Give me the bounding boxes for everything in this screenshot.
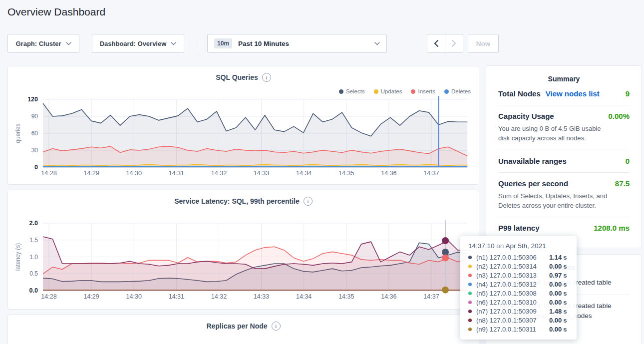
svg-text:1.5: 1.5 (29, 237, 38, 244)
chart-hover-tooltip: 14:37:10 on Apr 5th, 2021 (n1) 127.0.0.1… (460, 236, 577, 340)
tooltip-node-label: (n4) 127.0.0.1:50312 (476, 281, 549, 288)
svg-text:14:28: 14:28 (41, 293, 56, 300)
svg-text:14:34: 14:34 (296, 293, 312, 300)
svg-text:14:29: 14:29 (83, 170, 99, 177)
summary-title: Summary (498, 66, 630, 83)
total-nodes-label: Total Nodes (498, 89, 541, 98)
series-color-dot (468, 265, 472, 268)
tooltip-node-label: (n7) 127.0.0.1:50309 (476, 308, 549, 315)
chevron-down-icon (171, 42, 176, 45)
series-color-dot (468, 283, 472, 286)
now-button[interactable]: Now (468, 34, 499, 53)
svg-text:14:35: 14:35 (338, 170, 354, 177)
svg-text:14:31: 14:31 (169, 170, 184, 177)
svg-text:90: 90 (31, 113, 38, 120)
tooltip-series-row: (n3) 127.0.0.1:503130.97s (468, 271, 570, 280)
dashboard-dropdown-label: Dashboard: Overview (100, 40, 167, 47)
svg-text:14:36: 14:36 (381, 170, 396, 177)
svg-text:2.0: 2.0 (29, 220, 38, 227)
chevron-left-icon (434, 40, 438, 47)
tooltip-node-unit: s (563, 299, 567, 306)
time-range-badge: 10m (214, 38, 232, 48)
unavailable-ranges-label: Unavailable ranges (498, 157, 567, 165)
tooltip-node-label: (n3) 127.0.0.1:50313 (476, 272, 549, 279)
summary-panel: Summary Total NodesView nodes list 9 Cap… (486, 65, 642, 248)
tooltip-node-unit: s (563, 263, 567, 270)
svg-text:14:32: 14:32 (211, 170, 227, 177)
total-nodes-value: 9 (626, 89, 630, 98)
tooltip-series-row: (n6) 127.0.0.1:503100.00s (468, 298, 570, 307)
svg-text:0.0: 0.0 (29, 287, 38, 294)
toolbar-divider (198, 34, 198, 53)
view-nodes-list-link[interactable]: View nodes list (546, 89, 600, 98)
capacity-usage-value: 0.00% (608, 112, 630, 120)
chart-title: Replicas per Node (206, 322, 267, 330)
svg-text:queries: queries (14, 123, 21, 143)
svg-text:1.0: 1.0 (29, 254, 38, 261)
p99-latency-label: P99 latency (498, 224, 540, 232)
series-color-dot (468, 319, 472, 322)
tooltip-node-value: 0.00 (549, 290, 562, 297)
tooltip-node-label: (n6) 127.0.0.1:50310 (476, 299, 549, 306)
time-forward-button[interactable] (445, 34, 463, 53)
capacity-usage-description: You are using 0 B of 4.5 GiB usable disk… (498, 124, 604, 143)
summary-row-total-nodes: Total NodesView nodes list 9 (498, 83, 630, 105)
tooltip-node-value: 0.00 (549, 281, 562, 288)
svg-text:14:30: 14:30 (126, 170, 142, 177)
svg-text:14:36: 14:36 (381, 293, 396, 300)
service-latency-chart[interactable]: 14:2814:2914:3014:3114:3214:3314:3414:35… (8, 190, 479, 309)
tooltip-timestamp: 14:37:10 on Apr 5th, 2021 (468, 242, 570, 250)
tooltip-node-value: 0.00 (549, 299, 562, 306)
svg-text:0: 0 (34, 164, 38, 171)
tooltip-node-unit: s (563, 326, 567, 333)
tooltip-node-unit: s (563, 290, 567, 297)
tooltip-node-label: (n5) 127.0.0.1:50308 (476, 290, 549, 297)
page-title: Overview Dashboard (7, 6, 105, 18)
time-range-picker[interactable]: 10m Past 10 Minutes (207, 34, 387, 53)
tooltip-on: on (496, 242, 504, 250)
series-color-dot (468, 310, 472, 313)
info-icon[interactable]: i (272, 322, 281, 331)
overview-dashboard-page: Overview Dashboard Graph: Cluster Dashbo… (0, 0, 644, 344)
time-back-button[interactable] (427, 34, 445, 53)
tooltip-series-row: (n7) 127.0.0.1:503091.48s (468, 307, 570, 316)
summary-row-queries-per-second: Queries per second Sum of Selects, Updat… (498, 173, 630, 218)
tooltip-node-unit: s (563, 308, 567, 315)
svg-text:14:32: 14:32 (211, 293, 227, 300)
queries-per-second-description: Sum of Selects, Updates, Inserts, and De… (498, 192, 611, 211)
summary-row-unavailable-ranges: Unavailable ranges 0 (498, 150, 630, 173)
tooltip-series-row: (n2) 127.0.0.1:503140.00s (468, 262, 570, 271)
svg-text:14:33: 14:33 (254, 293, 269, 300)
sql-queries-chart-panel: SQL Queries i SelectsUpdatesInsertsDelet… (7, 66, 479, 185)
tooltip-node-value: 0.00 (549, 263, 562, 270)
tooltip-series-row: (n4) 127.0.0.1:503120.00s (468, 280, 570, 289)
replicas-per-node-chart-panel: Replicas per Node i (7, 315, 479, 344)
tooltip-node-label: (n8) 127.0.0.1:50307 (476, 317, 549, 324)
sql-queries-chart[interactable]: 14:2814:2914:3014:3114:3214:3314:3414:35… (8, 66, 479, 184)
tooltip-node-label: (n2) 127.0.0.1:50314 (476, 263, 549, 270)
svg-text:14:30: 14:30 (126, 293, 142, 300)
tooltip-node-value: 0.00 (549, 326, 562, 333)
svg-text:120: 120 (27, 96, 38, 103)
summary-row-capacity-usage: Capacity Usage You are using 0 B of 4.5 … (498, 105, 630, 150)
tooltip-node-value: 0.00 (549, 317, 562, 324)
capacity-usage-label: Capacity Usage (498, 112, 554, 120)
svg-text:latency (s): latency (s) (14, 243, 21, 271)
svg-text:30: 30 (31, 147, 38, 154)
tooltip-node-label: (n9) 127.0.0.1:50311 (476, 326, 549, 333)
dashboard-dropdown[interactable]: Dashboard: Overview (92, 34, 184, 53)
tooltip-node-unit: s (563, 281, 567, 288)
tooltip-series-row: (n1) 127.0.0.1:503061.14s (468, 253, 570, 262)
queries-per-second-label: Queries per second (498, 179, 568, 188)
tooltip-node-value: 1.48 (549, 308, 562, 315)
p99-latency-value: 1208.0 ms (594, 224, 630, 232)
unavailable-ranges-value: 0 (626, 157, 630, 165)
queries-per-second-value: 87.5 (615, 179, 630, 188)
tooltip-time: 14:37:10 (468, 242, 495, 250)
graph-dropdown[interactable]: Graph: Cluster (7, 34, 79, 53)
chevron-down-icon (374, 42, 380, 45)
svg-text:14:31: 14:31 (169, 293, 184, 300)
graph-dropdown-label: Graph: Cluster (15, 40, 61, 47)
time-range-label: Past 10 Minutes (238, 40, 374, 47)
svg-text:14:34: 14:34 (296, 170, 312, 177)
